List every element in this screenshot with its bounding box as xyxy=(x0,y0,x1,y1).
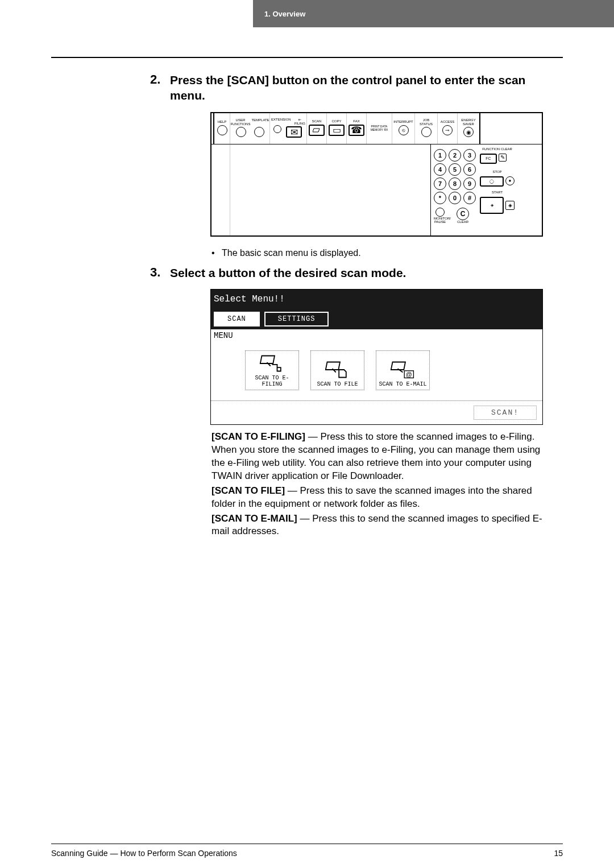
monitor-pause-label: MONITOR/ PAUSE xyxy=(434,217,446,224)
page-number: 15 xyxy=(554,849,563,858)
keypad-8[interactable]: 8 xyxy=(449,177,461,190)
scan-to-file-icon xyxy=(325,358,350,381)
scan-to-file-label: SCAN TO FILE xyxy=(317,381,358,387)
interrupt-label: INTERRUPT xyxy=(393,120,413,124)
tab-scan[interactable]: SCAN xyxy=(214,312,260,326)
step-2-number: 2. xyxy=(150,72,170,104)
fc-button[interactable]: FC xyxy=(480,154,497,164)
keypad-1[interactable]: 1 xyxy=(434,149,446,162)
fc-edit-icon[interactable]: ✎ xyxy=(499,154,507,162)
help-label: HELP xyxy=(218,120,227,124)
scan-icon xyxy=(313,127,321,133)
desc-file-label: [SCAN TO FILE] xyxy=(211,485,285,496)
keypad-5[interactable]: 5 xyxy=(449,163,461,176)
header-section: 1. Overview xyxy=(253,0,614,27)
access-button[interactable]: ⊸ xyxy=(442,125,453,135)
memory-rx-label: MEMORY RX xyxy=(371,129,388,132)
scan-to-email-label: SCAN TO E-MAIL xyxy=(379,381,426,387)
stop-indicator-icon: ● xyxy=(505,176,515,185)
energy-saver-button[interactable]: ◉ xyxy=(463,127,474,137)
job-status-label: JOB STATUS xyxy=(418,118,434,126)
step-3: 3. Select a button of the desired scan m… xyxy=(51,265,563,280)
control-panel-figure: HELP USER FUNCTIONS TEMPLATE EXTENSI xyxy=(210,112,543,237)
bullet-basic-scan: The basic scan menu is displayed. xyxy=(211,248,563,258)
start-alt-icon[interactable]: ◈ xyxy=(505,201,515,210)
template-button[interactable] xyxy=(254,127,264,137)
keypad-4[interactable]: 4 xyxy=(434,163,446,176)
step-3-text: Select a button of the desired scan mode… xyxy=(170,265,406,280)
keypad-hash[interactable]: # xyxy=(463,192,476,204)
extension-label: EXTENSION xyxy=(271,118,291,125)
stop-button[interactable]: ◯ xyxy=(480,176,504,187)
efiling-label: e-FILING xyxy=(294,118,305,125)
desc-efiling: [SCAN TO E-FILING] — Press this to store… xyxy=(211,431,554,483)
user-functions-button[interactable] xyxy=(236,127,246,137)
scan-execute-button[interactable]: SCAN! xyxy=(474,406,537,420)
menu-label: MENU xyxy=(211,329,542,342)
monitor-pause-button[interactable] xyxy=(435,208,445,217)
desc-file: [SCAN TO FILE] — Press this to save the … xyxy=(211,485,554,511)
footer-left: Scanning Guide — How to Perform Scan Ope… xyxy=(51,849,237,858)
keypad-6[interactable]: 6 xyxy=(463,163,476,176)
divider-top xyxy=(51,57,563,58)
svg-text:@: @ xyxy=(406,371,412,378)
keypad-0[interactable]: 0 xyxy=(449,192,461,204)
access-label: ACCESS xyxy=(441,120,455,124)
clear-label: CLEAR xyxy=(449,220,477,224)
scan-to-efiling-icon xyxy=(259,352,285,375)
keypad-3[interactable]: 3 xyxy=(463,149,476,162)
desc-email-label: [SCAN TO E-MAIL] xyxy=(211,513,297,524)
scan-button[interactable] xyxy=(309,125,325,136)
keypad-7[interactable]: 7 xyxy=(434,177,446,190)
desc-email: [SCAN TO E-MAIL] — Press this to send th… xyxy=(211,512,554,539)
touch-panel-figure: Select Menu!! SCAN SETTINGS MENU SCAN TO… xyxy=(210,289,543,425)
job-status-button[interactable] xyxy=(421,127,432,137)
energy-saver-label: ENERGY SAVER xyxy=(460,118,476,126)
step-3-number: 3. xyxy=(150,265,170,280)
scan-to-email-button[interactable]: @ SCAN TO E-MAIL xyxy=(376,350,430,390)
user-functions-label: USER FUNCTIONS xyxy=(230,118,250,126)
extension-button[interactable] xyxy=(273,125,281,133)
scan-to-email-icon: @ xyxy=(390,358,416,381)
control-panel-screen xyxy=(230,144,431,235)
fax-button[interactable]: ☎ xyxy=(349,125,364,136)
tab-settings[interactable]: SETTINGS xyxy=(264,312,329,326)
fax-label: FAX xyxy=(353,119,359,123)
touch-panel-title: Select Menu!! xyxy=(211,290,542,309)
keypad-2[interactable]: 2 xyxy=(449,149,461,162)
step-2: 2. Press the [SCAN] button on the contro… xyxy=(51,72,563,104)
clear-button[interactable]: C xyxy=(457,208,469,220)
template-label: TEMPLATE xyxy=(251,118,269,126)
scan-label: SCAN xyxy=(312,119,322,123)
scan-to-efiling-label: SCAN TO E-FILING xyxy=(246,375,298,387)
function-clear-label: FUNCTION CLEAR xyxy=(480,147,515,151)
page-footer: Scanning Guide — How to Perform Scan Ope… xyxy=(51,844,563,858)
start-label: START xyxy=(480,191,515,194)
copy-button[interactable]: ▭ xyxy=(329,125,345,136)
efiling-button[interactable]: ✉ xyxy=(286,126,302,138)
scan-to-file-button[interactable]: SCAN TO FILE xyxy=(310,350,364,390)
desc-efiling-label: [SCAN TO E-FILING] xyxy=(211,431,305,442)
copy-label: COPY xyxy=(331,119,341,123)
start-button[interactable]: ◈ xyxy=(480,197,504,214)
scan-to-efiling-button[interactable]: SCAN TO E-FILING xyxy=(245,350,299,390)
step-2-text: Press the [SCAN] button on the control p… xyxy=(170,72,563,104)
help-button[interactable] xyxy=(217,125,227,135)
keypad-star[interactable]: * xyxy=(434,192,446,204)
interrupt-button[interactable]: ⎋ xyxy=(399,125,409,135)
keypad-9[interactable]: 9 xyxy=(463,177,476,190)
stop-label: STOP xyxy=(480,170,515,173)
